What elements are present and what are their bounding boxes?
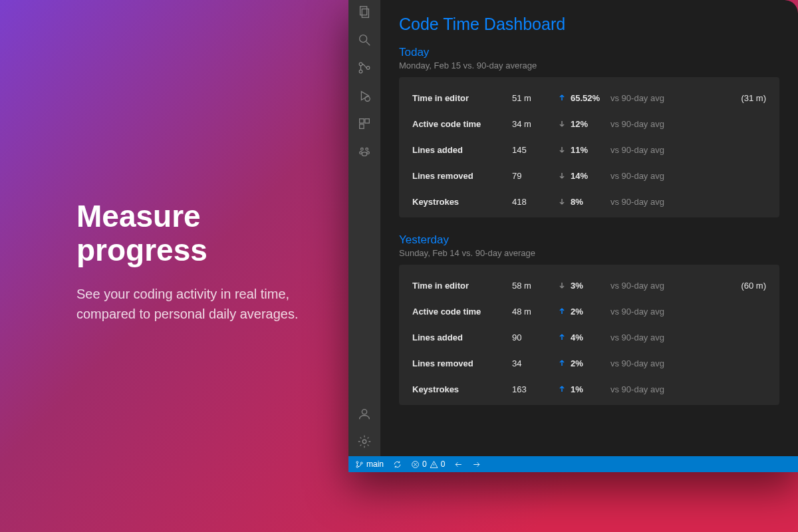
metric-compare: vs 90-day avg <box>610 281 684 291</box>
svg-point-20 <box>356 466 358 467</box>
nav-forward-icon[interactable] <box>472 460 481 469</box>
svg-point-19 <box>356 461 358 463</box>
paw-icon[interactable] <box>356 144 372 160</box>
metric-label: Lines added <box>412 145 512 155</box>
warning-count: 0 <box>441 460 446 469</box>
metric-value: 51 m <box>512 93 559 103</box>
svg-rect-11 <box>360 124 364 128</box>
arrow-down-icon <box>559 281 571 291</box>
metric-value: 58 m <box>512 281 559 291</box>
metrics-box: Time in editor58 m3%vs 90-day avg(60 m)A… <box>399 265 779 405</box>
metric-compare: vs 90-day avg <box>610 171 684 181</box>
metric-label: Time in editor <box>412 93 512 103</box>
metric-compare: vs 90-day avg <box>610 332 684 342</box>
metric-label: Keystrokes <box>412 197 512 207</box>
search-icon[interactable] <box>356 32 372 48</box>
branch-name: main <box>366 460 384 469</box>
metric-pct: 1% <box>571 384 610 394</box>
arrow-down-icon <box>559 197 571 207</box>
metric-row: Active code time48 m2%vs 90-day avg <box>404 299 774 325</box>
metric-value: 34 <box>512 358 559 368</box>
svg-rect-1 <box>362 9 368 17</box>
section-title: Yesterday <box>399 233 779 247</box>
svg-point-17 <box>362 410 366 414</box>
extensions-icon[interactable] <box>356 116 372 132</box>
editor-window: Code Time Dashboard TodayMonday, Feb 15 … <box>348 0 798 472</box>
files-icon[interactable] <box>356 4 372 20</box>
arrow-up-icon <box>559 358 571 368</box>
arrow-down-icon <box>559 171 571 181</box>
metric-pct: 14% <box>571 171 610 181</box>
metric-reference: (31 m) <box>741 93 766 103</box>
sync-icon[interactable] <box>393 460 402 469</box>
dashboard-panel: Code Time Dashboard TodayMonday, Feb 15 … <box>380 0 798 456</box>
metric-reference: (60 m) <box>741 281 766 291</box>
metric-pct: 8% <box>571 197 610 207</box>
branch-indicator[interactable]: main <box>355 460 384 469</box>
metric-row: Lines added14511%vs 90-day avg <box>404 137 774 163</box>
svg-point-13 <box>366 148 368 151</box>
metric-pct: 2% <box>571 358 610 368</box>
metric-label: Active code time <box>412 307 512 317</box>
svg-point-5 <box>359 70 362 73</box>
svg-point-18 <box>362 440 366 444</box>
svg-point-21 <box>360 462 362 464</box>
arrow-up-icon <box>559 384 571 394</box>
metric-compare: vs 90-day avg <box>610 384 684 394</box>
metric-label: Lines added <box>412 332 512 342</box>
metric-value: 418 <box>512 197 559 207</box>
metric-row: Lines added904%vs 90-day avg <box>404 325 774 350</box>
promo-block: Measure progress See your coding activit… <box>76 200 303 324</box>
metric-row: Keystrokes4188%vs 90-day avg <box>404 189 774 215</box>
section-subtitle: Monday, Feb 15 vs. 90-day average <box>399 61 779 70</box>
metric-row: Active code time34 m12%vs 90-day avg <box>404 111 774 137</box>
arrow-up-icon <box>559 307 571 317</box>
svg-point-2 <box>360 35 367 43</box>
svg-rect-0 <box>360 7 367 15</box>
metric-pct: 65.52% <box>571 93 610 103</box>
svg-point-12 <box>361 148 364 151</box>
section-subtitle: Sunday, Feb 14 vs. 90-day average <box>399 248 779 258</box>
svg-rect-10 <box>365 119 369 123</box>
error-count: 0 <box>422 460 427 469</box>
metric-compare: vs 90-day avg <box>610 358 684 368</box>
arrow-down-icon <box>559 145 571 155</box>
status-bar: main 0 0 <box>348 456 798 472</box>
metric-compare: vs 90-day avg <box>610 145 684 155</box>
promo-subtext: See your coding activity in real time, c… <box>76 284 303 324</box>
source-control-icon[interactable] <box>356 60 372 76</box>
svg-point-8 <box>365 96 370 101</box>
arrow-up-icon <box>559 93 571 103</box>
metric-value: 48 m <box>512 307 559 317</box>
metric-compare: vs 90-day avg <box>610 93 684 103</box>
metric-row: Lines removed342%vs 90-day avg <box>404 350 774 376</box>
metric-pct: 4% <box>571 332 610 342</box>
promo-headline: Measure progress <box>76 200 303 267</box>
nav-back-icon[interactable] <box>454 460 463 469</box>
metric-compare: vs 90-day avg <box>610 197 684 207</box>
metric-label: Active code time <box>412 119 512 129</box>
svg-point-16 <box>362 152 366 156</box>
metric-row: Time in editor51 m65.52%vs 90-day avg(31… <box>404 85 774 111</box>
metrics-box: Time in editor51 m65.52%vs 90-day avg(31… <box>399 77 779 217</box>
dashboard-title: Code Time Dashboard <box>399 15 779 34</box>
metric-row: Keystrokes1631%vs 90-day avg <box>404 376 774 402</box>
metric-pct: 2% <box>571 307 610 317</box>
metric-label: Time in editor <box>412 281 512 291</box>
metric-value: 79 <box>512 171 559 181</box>
metric-value: 90 <box>512 332 559 342</box>
metric-compare: vs 90-day avg <box>610 119 684 129</box>
metric-row: Lines removed7914%vs 90-day avg <box>404 163 774 189</box>
metric-value: 34 m <box>512 119 559 129</box>
metric-pct: 12% <box>571 119 610 129</box>
run-debug-icon[interactable] <box>356 88 372 104</box>
settings-gear-icon[interactable] <box>356 434 372 450</box>
metric-label: Lines removed <box>412 358 512 368</box>
metric-value: 163 <box>512 384 559 394</box>
account-icon[interactable] <box>356 406 372 422</box>
problems-indicator[interactable]: 0 0 <box>411 460 445 469</box>
arrow-up-icon <box>559 332 571 342</box>
metric-label: Lines removed <box>412 171 512 181</box>
svg-point-6 <box>366 66 370 70</box>
activity-bar <box>348 0 380 456</box>
